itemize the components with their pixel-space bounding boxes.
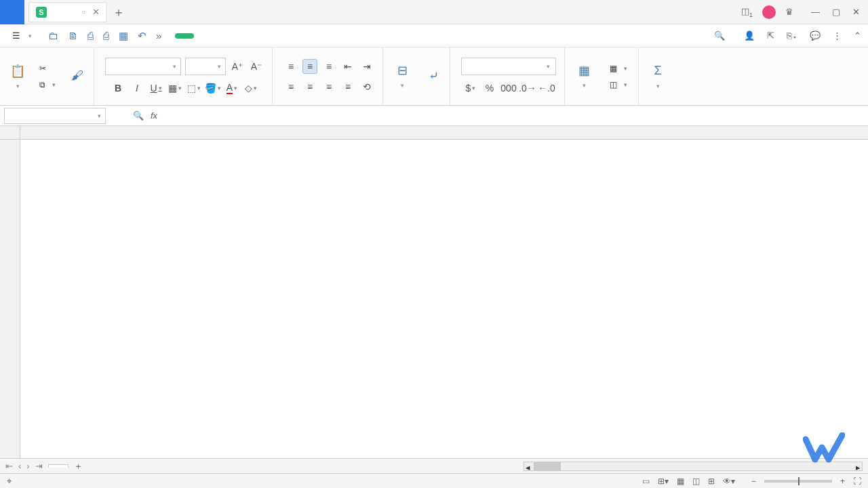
new-tab-button[interactable]: ＋ [113, 4, 125, 20]
decrease-font-icon[interactable]: A⁻ [249, 59, 264, 74]
border-button[interactable]: ▦ [167, 81, 182, 96]
add-sheet-button[interactable]: ＋ [74, 460, 83, 472]
user-avatar[interactable] [762, 5, 776, 19]
eye-icon[interactable]: 👁▾ [723, 476, 735, 486]
font-color-button[interactable]: A [224, 81, 239, 96]
orientation-icon[interactable]: ⟲ [359, 79, 374, 94]
font-select[interactable]: ▾ [105, 58, 181, 75]
fx-icon[interactable]: fx [151, 110, 157, 121]
increase-font-icon[interactable]: A⁺ [230, 59, 245, 74]
first-sheet-icon[interactable]: ⇤ [5, 461, 13, 471]
more-icon[interactable]: ⋮ [833, 30, 842, 41]
file-tab[interactable]: S ▫ ✕ [28, 2, 107, 22]
app-logo-tab[interactable] [0, 0, 24, 24]
row-headers[interactable] [0, 140, 20, 458]
align-bottom-icon[interactable]: ≡ [321, 59, 336, 74]
merge-center-button[interactable]: ⊟ ▾ [394, 62, 410, 89]
page-break-view-icon[interactable]: ⊞ [708, 476, 715, 486]
next-sheet-icon[interactable]: › [26, 461, 29, 471]
tab-menu-icon[interactable]: ▫ [82, 7, 85, 17]
comment-icon[interactable]: 💬 [810, 30, 821, 41]
zoom-out-button[interactable]: − [751, 476, 756, 486]
maximize-button[interactable]: ▢ [832, 7, 840, 17]
font-size-select[interactable]: ▾ [185, 58, 226, 75]
tab-data[interactable] [267, 33, 286, 39]
tab-page-layout[interactable] [221, 33, 240, 39]
close-tab-icon[interactable]: ✕ [92, 7, 100, 17]
align-top-icon[interactable]: ≡ [283, 59, 298, 74]
sheet-tab-bar: ⇤ ‹ › ⇥ ＋ ◂▸ [0, 458, 868, 473]
cell-style-button[interactable]: ◫ [607, 79, 630, 91]
share-icon[interactable]: ⇱ [767, 30, 774, 41]
tab-formulas[interactable] [244, 33, 263, 39]
highlight-button[interactable]: ◇ [243, 81, 258, 96]
close-window-button[interactable]: ✕ [852, 7, 860, 17]
user-icon[interactable]: 👤 [744, 30, 755, 41]
italic-button[interactable]: I [130, 81, 144, 96]
tab-view[interactable] [313, 33, 332, 39]
justify-icon[interactable]: ≡ [340, 79, 355, 94]
horizontal-scrollbar[interactable]: ◂▸ [524, 462, 863, 471]
grid-icon[interactable]: ▦ [119, 30, 128, 42]
mode-icon[interactable]: ⌖ [7, 476, 12, 487]
bold-button[interactable]: B [111, 81, 125, 96]
increase-decimal-icon[interactable]: .0→ [520, 81, 535, 96]
brush-icon: 🖌 [69, 68, 85, 84]
format-painter-button[interactable]: 🖌 [69, 68, 85, 85]
go-premium-button[interactable]: ♛ [785, 7, 796, 17]
collapse-ribbon-button[interactable]: ⌃ [854, 30, 861, 41]
zoom-in-button[interactable]: + [840, 476, 845, 486]
minimize-button[interactable]: — [811, 7, 820, 17]
zoom-slider[interactable] [764, 480, 832, 483]
open-icon[interactable]: 🗀 [48, 30, 58, 42]
fill-color-button[interactable]: 🪣 [205, 81, 220, 96]
align-center-icon[interactable]: ≡ [302, 79, 317, 94]
percent-icon[interactable]: % [482, 81, 497, 96]
layout-icon-1[interactable]: ▭ [642, 476, 650, 486]
number-format-select[interactable]: ▾ [461, 58, 556, 75]
tab-review[interactable] [290, 33, 309, 39]
decrease-decimal-icon[interactable]: ←.0 [539, 81, 554, 96]
spreadsheet-grid[interactable] [0, 126, 868, 458]
print-icon[interactable]: ⎙ [87, 30, 94, 42]
wrap-text-button[interactable]: ⤶ [425, 68, 441, 85]
autosum-button[interactable]: Σ ▾ [650, 63, 666, 90]
column-headers[interactable] [20, 126, 868, 140]
paste-button[interactable]: 📋 ▾ [9, 63, 26, 90]
menu-button[interactable]: ☰ ▾ [7, 29, 37, 42]
fullscreen-icon[interactable]: ⛶ [853, 476, 861, 486]
print-preview-icon[interactable]: ⎙ [103, 30, 109, 42]
comma-icon[interactable]: 000 [501, 81, 516, 96]
align-left-icon[interactable]: ≡ [283, 79, 298, 94]
multiwindow-icon[interactable]: ◫1 [741, 6, 753, 18]
cancel-formula-icon[interactable]: 🔍 [133, 110, 144, 121]
conditional-formatting-button[interactable]: ▦ ▾ [576, 62, 592, 89]
copy-button[interactable]: ⧉ [37, 79, 58, 91]
tab-home[interactable] [175, 33, 194, 39]
currency-icon[interactable]: $ [463, 81, 478, 96]
last-sheet-icon[interactable]: ⇥ [35, 461, 43, 471]
tab-insert[interactable] [198, 33, 217, 39]
cells-area[interactable] [20, 140, 868, 458]
decrease-indent-icon[interactable]: ⇤ [340, 59, 355, 74]
underline-button[interactable]: U [149, 81, 163, 96]
layout-icon-2[interactable]: ⊞▾ [658, 476, 669, 486]
align-middle-icon[interactable]: ≡ [302, 59, 317, 74]
normal-view-icon[interactable]: ▦ [677, 476, 684, 486]
prev-sheet-icon[interactable]: ‹ [18, 461, 21, 471]
undo-icon[interactable]: ↶ [138, 30, 146, 42]
cut-button[interactable]: ✂ [37, 62, 58, 75]
command-search[interactable]: 🔍 [714, 30, 729, 41]
save-icon[interactable]: 🗎 [68, 30, 78, 42]
name-box[interactable]: ▾ [4, 108, 106, 124]
tab-tools[interactable] [336, 33, 355, 39]
increase-indent-icon[interactable]: ⇥ [359, 59, 374, 74]
select-all-corner[interactable] [0, 126, 20, 140]
cell-shading-button[interactable]: ⬚ [186, 81, 201, 96]
export-icon[interactable]: ⎘▾ [787, 30, 797, 41]
sheet-tab-1[interactable] [48, 464, 68, 468]
align-right-icon[interactable]: ≡ [321, 79, 336, 94]
format-as-table-button[interactable]: ▦ [607, 62, 630, 75]
page-layout-view-icon[interactable]: ◫ [692, 476, 700, 486]
more-qat-icon[interactable]: » [156, 30, 161, 42]
